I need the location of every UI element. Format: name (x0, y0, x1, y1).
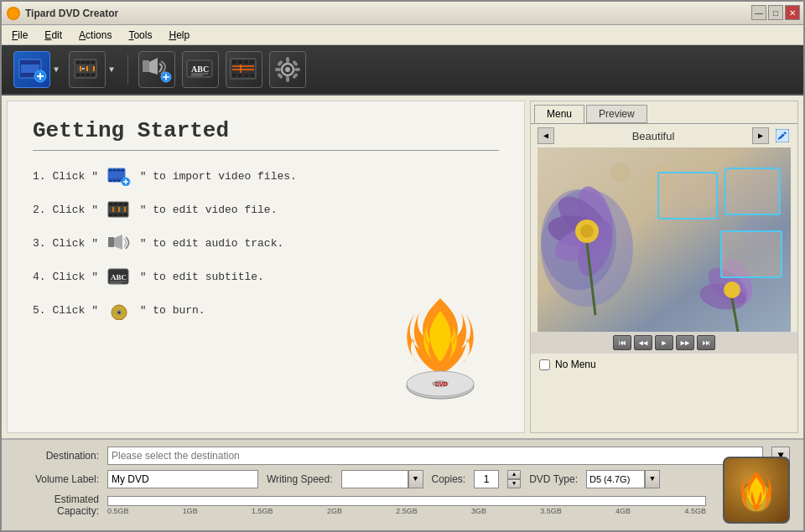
svg-text:ABC: ABC (111, 273, 127, 281)
settings-button[interactable] (269, 51, 306, 88)
fast-forward-button[interactable]: ▶▶ (676, 335, 694, 350)
prev-menu-button[interactable]: ◀ (538, 127, 554, 144)
right-panel: Menu Preview ◀ Beautiful ▶ (530, 101, 798, 433)
settings-row: Volume Label: Writing Speed: ▼ Copies: ▲… (15, 470, 790, 488)
capacity-row: Estimated Capacity: 0.5GB 1GB 1.5GB 2GB … (15, 493, 790, 517)
svg-rect-60 (113, 169, 116, 171)
svg-rect-77 (114, 214, 117, 216)
import-video-icon (17, 54, 47, 85)
destination-label: Destination: (15, 450, 99, 462)
edit-video-dropdown[interactable]: ▼ (106, 51, 117, 88)
window-title: Tipard DVD Creator (25, 8, 118, 19)
bottom-panel: Destination: ▼ Volume Label: Writing Spe… (2, 438, 803, 530)
tab-menu[interactable]: Menu (534, 105, 584, 123)
copies-down-button[interactable]: ▼ (507, 479, 521, 488)
capacity-label: Estimated Capacity: (15, 493, 99, 517)
edit-menu-button[interactable] (774, 127, 791, 144)
capacity-bar-background (107, 496, 706, 506)
svg-rect-53 (294, 68, 300, 71)
preview-image-area (538, 147, 791, 332)
step-4-icon: ABC (107, 268, 131, 287)
dvd-type-dropdown[interactable]: ▼ (645, 470, 660, 488)
copies-input[interactable] (474, 470, 499, 488)
skip-back-button[interactable]: ⏮ (613, 335, 631, 350)
svg-point-92 (117, 312, 120, 314)
getting-started-title: Getting Started (33, 118, 499, 143)
writing-speed-dropdown[interactable]: ▼ (408, 470, 423, 488)
maximize-button[interactable]: □ (768, 5, 783, 20)
svg-rect-62 (122, 169, 124, 171)
svg-rect-3 (31, 61, 34, 64)
svg-rect-75 (124, 203, 127, 205)
svg-rect-120 (658, 173, 717, 219)
window-controls: — □ ✕ (751, 5, 800, 20)
svg-rect-76 (109, 214, 112, 216)
writing-speed-label: Writing Speed: (267, 473, 333, 485)
step-4-text: 4. Click " ABC " to edit subtitle. (33, 268, 264, 287)
rewind-button[interactable]: ◀◀ (634, 335, 652, 350)
svg-point-118 (610, 163, 631, 183)
svg-marker-85 (114, 235, 122, 250)
destination-input[interactable] (107, 447, 763, 465)
svg-rect-37 (232, 60, 236, 64)
audio-icon (141, 54, 173, 85)
tab-row: Menu Preview (531, 101, 797, 124)
import-video-dropdown[interactable]: ▼ (50, 51, 62, 88)
no-menu-label[interactable]: No Menu (555, 359, 596, 370)
toolbar-separator-1 (127, 54, 128, 85)
step-1-text: 1. Click " " to import video files. (33, 168, 297, 186)
svg-rect-43 (244, 74, 248, 77)
svg-rect-73 (114, 203, 117, 205)
skip-forward-button[interactable]: ⏭ (697, 335, 715, 350)
menu-edit[interactable]: Edit (38, 28, 69, 43)
tab-preview[interactable]: Preview (586, 105, 647, 123)
svg-rect-50 (286, 57, 289, 63)
play-button[interactable]: ▶ (655, 335, 673, 350)
svg-rect-44 (250, 74, 254, 77)
edit-video-button[interactable]: ▼ (69, 51, 117, 88)
svg-marker-28 (149, 58, 158, 75)
menu-help[interactable]: Help (162, 28, 196, 43)
volume-input[interactable] (107, 470, 258, 488)
no-menu-row: No Menu (531, 354, 797, 375)
writing-speed-control: ▼ (341, 470, 423, 488)
svg-rect-6 (26, 74, 29, 76)
menu-file[interactable]: File (5, 28, 34, 43)
svg-rect-63 (109, 180, 112, 182)
svg-rect-67 (109, 172, 124, 178)
svg-rect-65 (117, 180, 120, 182)
svg-rect-16 (86, 61, 90, 64)
svg-rect-21 (91, 74, 95, 76)
import-video-button[interactable]: ▼ (13, 51, 62, 88)
next-menu-button[interactable]: ▶ (752, 127, 769, 144)
edit-audio-button[interactable] (138, 51, 175, 88)
subtitle-icon: ABC (184, 54, 216, 85)
svg-rect-4 (36, 61, 39, 64)
copies-label: Copies: (432, 473, 466, 485)
minimize-button[interactable]: — (751, 5, 766, 20)
dvd-type-label: DVD Type: (529, 473, 578, 485)
svg-point-109 (580, 225, 594, 238)
svg-rect-84 (108, 237, 114, 247)
edit-subtitle-button[interactable]: ABC (182, 51, 219, 88)
no-menu-checkbox[interactable] (539, 359, 550, 370)
cut-button[interactable] (226, 51, 262, 88)
svg-rect-27 (143, 60, 149, 72)
menu-actions[interactable]: Actions (72, 28, 118, 43)
menu-tools[interactable]: Tools (122, 28, 158, 43)
svg-rect-64 (113, 180, 116, 182)
dvd-flame-graphic: DVD (390, 290, 491, 407)
step-4: 4. Click " ABC " to edit subtitle. (33, 268, 499, 287)
cut-icon (228, 54, 260, 85)
svg-rect-51 (286, 76, 289, 82)
svg-rect-42 (238, 74, 242, 77)
step-5-icon (107, 302, 131, 320)
title-underline (33, 150, 499, 151)
copies-up-button[interactable]: ▲ (507, 470, 521, 479)
svg-rect-79 (124, 214, 127, 216)
svg-rect-74 (119, 203, 122, 205)
close-button[interactable]: ✕ (785, 5, 800, 20)
burn-button[interactable] (723, 457, 790, 524)
svg-rect-38 (238, 60, 242, 64)
toolbar: ▼ (2, 45, 803, 96)
